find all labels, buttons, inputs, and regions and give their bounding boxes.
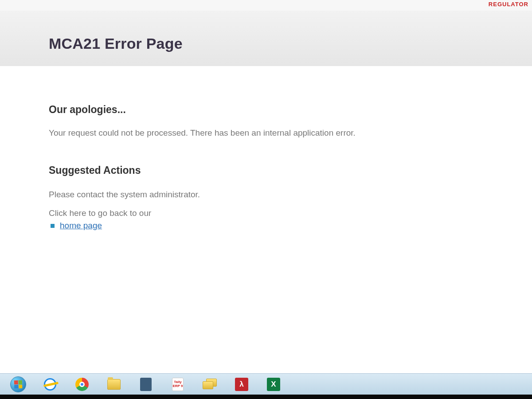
windows-taskbar: Tally ERP 9 λ X bbox=[0, 373, 532, 395]
tally-icon: Tally ERP 9 bbox=[172, 378, 184, 391]
bullet-icon bbox=[51, 224, 55, 228]
monitor-bezel bbox=[0, 395, 532, 399]
taskbar-adobe-reader[interactable]: λ bbox=[226, 374, 257, 395]
start-button[interactable] bbox=[3, 374, 34, 395]
home-page-link[interactable]: home page bbox=[60, 221, 102, 231]
taskbar-tally[interactable]: Tally ERP 9 bbox=[162, 374, 193, 395]
taskbar-calculator[interactable] bbox=[130, 374, 161, 395]
adobe-icon: λ bbox=[235, 378, 248, 391]
suggest-heading: Suggested Actions bbox=[49, 164, 483, 176]
regulator-label: REGULATOR bbox=[489, 1, 528, 8]
internet-explorer-icon bbox=[44, 378, 56, 391]
page-title: MCA21 Error Page bbox=[49, 35, 483, 52]
header-band: MCA21 Error Page bbox=[0, 11, 532, 66]
taskbar-excel[interactable]: X bbox=[258, 374, 289, 395]
excel-icon: X bbox=[267, 378, 280, 391]
home-link-row: home page bbox=[49, 221, 483, 231]
windows-start-icon bbox=[10, 376, 26, 392]
taskbar-chrome[interactable] bbox=[66, 374, 98, 395]
taskbar-file-explorer[interactable] bbox=[98, 374, 129, 395]
calculator-icon bbox=[140, 378, 152, 391]
top-strip: REGULATOR bbox=[0, 0, 532, 11]
folders-stack-icon bbox=[203, 379, 217, 390]
error-message: Your request could not be processed. The… bbox=[49, 128, 483, 138]
taskbar-folders[interactable] bbox=[194, 374, 225, 395]
folder-icon bbox=[107, 379, 121, 390]
content-area: Our apologies... Your request could not … bbox=[0, 66, 532, 248]
taskbar-ie[interactable] bbox=[35, 374, 66, 395]
tally-line2: ERP 9 bbox=[173, 384, 183, 388]
back-text: Click here to go back to our bbox=[49, 208, 483, 218]
chrome-icon bbox=[75, 378, 89, 391]
apology-heading: Our apologies... bbox=[49, 104, 483, 116]
suggest-text: Please contact the system administrator. bbox=[49, 190, 483, 200]
